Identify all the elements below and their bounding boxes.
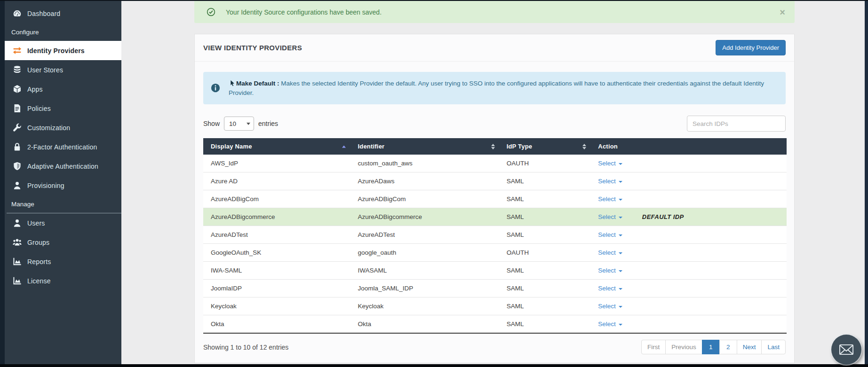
pagination-2[interactable]: 2	[719, 340, 737, 354]
panel-header: VIEW IDENTITY PROVIDERS Add Identity Pro…	[195, 34, 794, 62]
select-action-dropdown[interactable]: Select	[598, 213, 622, 220]
table-row-azureadbigcommerce: AzureADBigcommerceAzureADBigcommerceSAML…	[203, 208, 787, 226]
cell-identifier: google_oauth	[350, 244, 499, 262]
cell-action: SelectDEFAULT IDP	[590, 208, 787, 226]
sidebar-item-label: Policies	[27, 105, 51, 112]
info-bold-label: Make Default :	[236, 80, 279, 87]
window-border-bottom	[0, 364, 868, 367]
cell-action: Select	[590, 280, 787, 297]
make-default-info-box: Make Default : Makes the selected Identi…	[203, 72, 786, 104]
sidebar-item-dashboard[interactable]: Dashboard	[5, 4, 121, 23]
close-icon[interactable]: ×	[780, 8, 785, 17]
feedback-button[interactable]	[831, 335, 861, 365]
pagination-last[interactable]: Last	[761, 340, 786, 354]
sort-asc-icon	[342, 145, 346, 148]
sidebar-item-provisioning[interactable]: Provisioning	[5, 176, 121, 195]
cell-identifier: Keycloak	[350, 297, 499, 315]
column-header-identifier[interactable]: Identifier	[350, 138, 499, 155]
cell-action: Select	[590, 190, 787, 208]
cell-idp-type: SAML	[499, 297, 591, 315]
info-icon	[211, 83, 220, 93]
select-action-dropdown[interactable]: Select	[598, 285, 622, 292]
window-border-left	[0, 0, 5, 367]
cell-action: Select	[590, 155, 787, 172]
column-header-display-name[interactable]: Display Name	[203, 138, 350, 155]
exchange-icon	[12, 46, 22, 55]
caret-down-icon	[619, 252, 622, 254]
chart-icon	[12, 276, 22, 286]
identity-providers-table: Display NameIdentifierIdP TypeAction AWS…	[203, 138, 787, 334]
sidebar-item-label: Adaptive Authentication	[27, 163, 98, 170]
cell-identifier: IWASAML	[350, 262, 499, 280]
cell-idp-type: SAML	[499, 226, 591, 244]
table-row-keycloak: KeycloakKeycloakSAMLSelect	[203, 297, 787, 315]
select-action-dropdown[interactable]: Select	[598, 267, 622, 274]
view-identity-providers-panel: VIEW IDENTITY PROVIDERS Add Identity Pro…	[194, 34, 795, 363]
cell-display-name: GoogleOAuth_SK	[203, 244, 350, 262]
page-size-select-wrap: 10	[224, 117, 254, 131]
cell-identifier: AzureADTest	[350, 226, 499, 244]
user-icon	[12, 219, 22, 228]
caret-down-icon	[619, 163, 622, 165]
sidebar-item-label: Customization	[27, 124, 70, 132]
pagination-1[interactable]: 1	[702, 340, 720, 354]
cell-idp-type: SAML	[499, 262, 591, 280]
sort-both-icon	[491, 144, 495, 149]
sidebar-item-license[interactable]: License	[5, 271, 121, 290]
alert-message: Your Identity Source configurations have…	[226, 8, 382, 16]
search-input[interactable]	[687, 116, 786, 132]
select-action-dropdown[interactable]: Select	[598, 249, 622, 256]
select-action-dropdown[interactable]: Select	[598, 178, 622, 185]
select-action-dropdown[interactable]: Select	[598, 320, 622, 328]
table-footer: Showing 1 to 10 of 12 entries FirstPrevi…	[203, 340, 786, 354]
sidebar-item-label: Identity Providers	[27, 47, 85, 55]
sidebar-item-label: Provisioning	[27, 182, 64, 189]
cell-display-name: AzureADBigcommerce	[203, 208, 350, 226]
cell-display-name: IWA-SAML	[203, 262, 350, 280]
select-action-dropdown[interactable]: Select	[598, 195, 622, 203]
sidebar-item-user-stores[interactable]: User Stores	[5, 60, 121, 79]
sidebar-nav: DashboardConfigureIdentity ProvidersUser…	[5, 4, 121, 290]
pagination-next[interactable]: Next	[737, 340, 762, 354]
cell-idp-type: OAUTH	[499, 155, 591, 172]
table-summary: Showing 1 to 10 of 12 entries	[203, 344, 288, 351]
cell-idp-type: SAML	[499, 190, 591, 208]
column-header-idp-type[interactable]: IdP Type	[499, 138, 591, 155]
cell-idp-type: SAML	[499, 280, 591, 297]
sidebar: DashboardConfigureIdentity ProvidersUser…	[5, 1, 121, 364]
sidebar-item-identity-providers[interactable]: Identity Providers	[5, 41, 121, 60]
sidebar-item-users[interactable]: Users	[5, 213, 121, 233]
cell-idp-type: SAML	[499, 208, 591, 226]
envelope-icon	[838, 341, 855, 358]
cell-identifier: AzureADBigcommerce	[350, 208, 499, 226]
add-identity-provider-button[interactable]: Add Identity Provider	[716, 40, 786, 55]
sidebar-item-apps[interactable]: Apps	[5, 79, 121, 99]
select-action-dropdown[interactable]: Select	[598, 231, 622, 238]
table-row-joomlaidp: JoomlaIDPJoomla_SAML_IDPSAMLSelect	[203, 280, 787, 297]
sidebar-item-label: Apps	[27, 86, 43, 93]
table-row-azure-ad: Azure ADAzureADawsSAMLSelect	[203, 172, 787, 190]
cell-display-name: AWS_IdP	[203, 155, 350, 172]
select-action-dropdown[interactable]: Select	[598, 160, 622, 167]
table-header-row: Display NameIdentifierIdP TypeAction	[203, 138, 787, 155]
caret-down-icon	[619, 288, 622, 290]
table-row-azureadbigcom: AzureADBigComAzureADBigComSAMLSelect	[203, 190, 787, 208]
sidebar-item-label: Groups	[27, 239, 49, 246]
sidebar-item-policies[interactable]: Policies	[5, 99, 121, 118]
select-action-dropdown[interactable]: Select	[598, 303, 622, 310]
check-circle-icon	[207, 8, 215, 16]
page-title: VIEW IDENTITY PROVIDERS	[203, 44, 302, 52]
sidebar-item-reports[interactable]: Reports	[5, 252, 121, 271]
pagination-first: First	[641, 340, 666, 354]
sidebar-item-2-factor-authentication[interactable]: 2-Factor Authentication	[5, 137, 121, 156]
page-size-select[interactable]: 10	[224, 117, 254, 131]
cell-action: Select	[590, 297, 787, 315]
sidebar-item-customization[interactable]: Customization	[5, 118, 121, 137]
cell-display-name: JoomlaIDP	[203, 280, 350, 297]
sidebar-item-adaptive-authentication[interactable]: Adaptive Authentication	[5, 156, 121, 176]
caret-down-icon	[619, 199, 622, 201]
document-icon	[12, 104, 22, 113]
sidebar-item-groups[interactable]: Groups	[5, 233, 121, 252]
sidebar-section-configure: Configure	[5, 23, 121, 41]
cell-display-name: AzureADBigCom	[203, 190, 350, 208]
